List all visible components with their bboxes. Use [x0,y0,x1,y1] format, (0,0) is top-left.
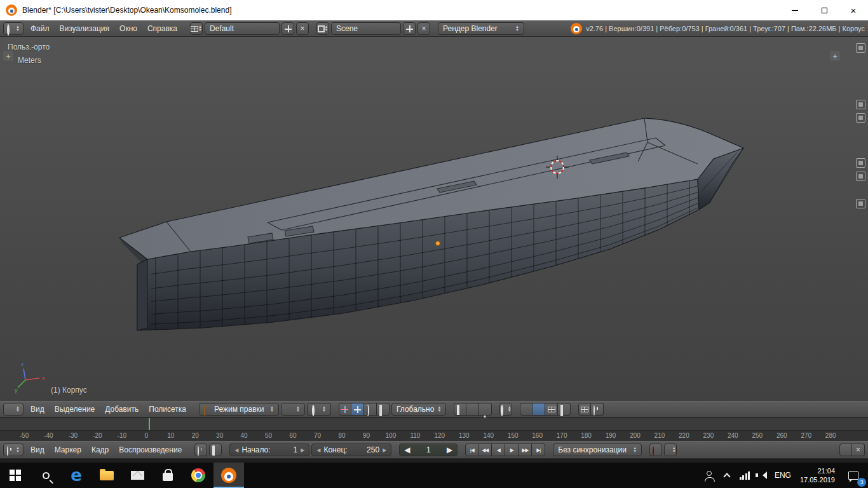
proportional-edit-button[interactable] [499,403,512,416]
render-tab-icon[interactable] [856,43,865,53]
taskbar-blender-button[interactable] [214,463,244,488]
snap-toggle-button[interactable] [454,403,466,416]
scale-manipulator-button[interactable] [377,403,390,416]
object-tab-icon[interactable] [856,158,865,168]
translate-manipulator-button[interactable] [351,403,364,416]
taskbar-edge-button[interactable]: e [61,463,92,488]
rotate-icon [367,405,369,416]
occlude-geometry-button[interactable] [520,403,532,416]
menu-item[interactable]: Выделение [50,403,100,416]
sync-mode-dropdown[interactable]: Без синхронизации [553,444,642,456]
language-indicator[interactable]: ENG [772,463,794,488]
snap-element-button[interactable] [466,403,479,416]
rotate-manipulator-button[interactable] [364,403,377,416]
timeline-ruler[interactable]: -50-40-30-20-100102030405060708090100110… [0,430,868,441]
modifier-tab-icon[interactable] [856,172,865,181]
menu-item[interactable]: Кадр [86,444,114,456]
menu-item[interactable]: Файл [25,22,55,35]
play-reverse-button[interactable]: ◀ [492,444,505,456]
transform-orientation-dropdown[interactable]: Глобально [391,403,446,416]
opengl-render-anim-button[interactable] [591,403,604,416]
delete-scene-button[interactable]: × [417,22,430,35]
timeline-editor-type-button[interactable] [3,444,24,456]
properties-expand-button[interactable]: + [830,51,840,61]
mode-dropdown[interactable]: Режим правки [199,403,279,416]
menu-item[interactable]: Добавить [100,403,144,416]
timeline-track-area[interactable] [0,417,868,430]
taskbar-explorer-button[interactable] [92,463,122,488]
action-center-button[interactable]: 3 [841,463,865,488]
keying-set-button[interactable] [664,444,677,456]
windows-logo-icon [10,470,21,481]
insert-keyframe-button[interactable] [839,444,852,456]
tray-overflow-button[interactable] [719,463,735,488]
frame-tick-label: 60 [289,432,296,439]
current-frame-field[interactable]: ◀ 1 ▶ [399,444,458,456]
menu-item[interactable]: Окно [114,22,142,35]
add-layout-button[interactable] [281,22,294,35]
frame-tick-label: 130 [459,432,470,439]
scene-browse-button[interactable] [316,22,329,35]
frame-end-field[interactable]: ◀ Конец: 250 ▶ [311,444,391,456]
increment-arrow-icon[interactable]: ▶ [447,445,452,454]
screen-layout-browse-button[interactable] [190,22,203,35]
vertex-select-button[interactable] [532,403,545,416]
snap-target-button[interactable] [479,403,492,416]
maximize-button[interactable] [810,0,839,20]
face-select-button[interactable] [558,403,571,416]
viewport-3d[interactable]: x y z Польз.-орто Meters (1) Корпус + + [0,37,868,401]
add-scene-button[interactable] [403,22,416,35]
network-button[interactable] [736,463,753,488]
play-button[interactable]: ▶ [505,444,519,456]
viewport-shading-dropdown[interactable] [281,403,305,416]
taskbar-mail-button[interactable] [122,463,153,488]
delete-keyframe-button[interactable]: × [852,444,865,456]
increment-arrow-icon[interactable]: ▶ [383,447,386,453]
menu-item[interactable]: Вид [25,403,50,416]
people-button[interactable] [701,463,717,488]
delete-layout-button[interactable]: × [296,22,309,35]
menu-item[interactable]: Маркер [50,444,86,456]
window-titlebar[interactable]: Blender* [C:\Users\tvister\Desktop\Okean… [0,0,868,20]
current-frame-marker[interactable] [149,418,150,430]
edge-select-button[interactable] [545,403,558,416]
start-button[interactable] [0,463,31,488]
info-editor-type-button[interactable] [3,22,24,35]
world-tab-icon[interactable] [856,113,865,123]
menu-item[interactable]: Справка [142,22,182,35]
blender-icon [221,468,236,483]
lock-range-button[interactable] [209,444,222,456]
pivot-point-dropdown[interactable] [307,403,331,416]
screen-layout-dropdown[interactable]: Default [205,22,280,35]
minimize-button[interactable] [780,0,810,20]
decrement-arrow-icon[interactable]: ◀ [404,445,410,454]
clock[interactable]: 21:04 17.05.2019 [795,466,840,484]
opengl-render-button[interactable] [578,403,591,416]
frame-start-field[interactable]: ◀ Начало: 1 ▶ [229,444,309,456]
preview-range-button[interactable] [194,444,207,456]
taskbar-store-button[interactable] [153,463,183,488]
view3d-editor-type-button[interactable] [3,403,24,416]
decrement-arrow-icon[interactable]: ◀ [234,447,238,453]
menu-item[interactable]: Вид [25,444,50,456]
record-button[interactable] [649,444,662,456]
manipulator-axis-button[interactable] [339,403,351,416]
search-button[interactable] [31,463,61,488]
prev-keyframe-button[interactable]: ◀◀ [478,444,492,456]
volume-button[interactable] [754,463,771,488]
scene-dropdown[interactable]: Scene [331,22,401,35]
decrement-arrow-icon[interactable]: ◀ [316,447,320,453]
increment-arrow-icon[interactable]: ▶ [301,447,304,453]
scene-tab-icon[interactable] [856,100,865,109]
next-keyframe-button[interactable]: ▶▶ [519,444,532,456]
taskbar-chrome-button[interactable] [183,463,214,488]
data-tab-icon[interactable] [856,199,865,208]
close-button[interactable]: × [839,0,868,20]
jump-to-end-button[interactable]: ▶| [532,444,545,456]
menu-item[interactable]: Воспроизведение [114,444,187,456]
render-engine-dropdown[interactable]: Рендер Blender [438,22,524,35]
menu-item[interactable]: Визуализация [54,22,114,35]
jump-to-start-button[interactable]: |◀ [465,444,478,456]
menu-item[interactable]: Полисетка [144,403,191,416]
toolshelf-expand-button[interactable]: + [3,51,13,61]
